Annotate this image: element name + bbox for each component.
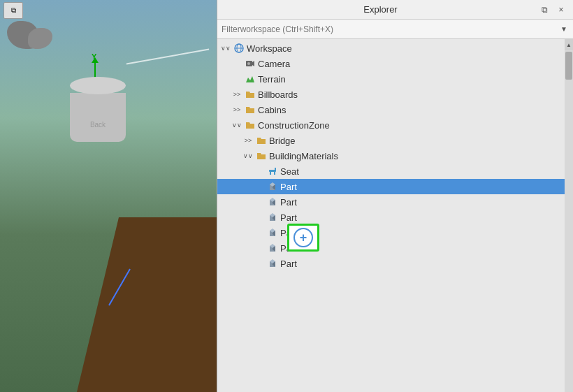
drum-label: Back [90,121,106,129]
expand-btn-billboards[interactable]: > [231,89,242,100]
tree-item-cabins[interactable]: >Cabins [217,102,565,117]
item-label-part3: Part [280,212,297,223]
drum-top [70,77,126,94]
item-icon-seat [267,166,278,177]
item-icon-constructionzone [245,119,256,131]
explorer-header: Explorer ⧉ × [217,0,573,20]
add-item-overlay[interactable]: + [287,224,319,252]
toolbar-duplicate-btn[interactable]: ⧉ [3,2,23,19]
item-icon-bridge [256,135,267,146]
item-label-workspace: Workspace [247,43,292,54]
expand-btn-buildingmaterials[interactable]: ∨ [242,150,254,161]
drum-object: Back [70,77,126,142]
tree-item-part5[interactable]: Part [217,240,565,256]
item-icon-buildingmaterials [256,150,267,161]
item-icon-cabins [245,104,256,115]
scrollbar-track: ▲ [565,39,573,392]
scroll-up-btn[interactable]: ▲ [565,39,573,50]
drum-body: Back [70,93,126,142]
item-label-seat: Seat [280,166,299,177]
svg-point-5 [247,62,250,65]
item-label-constructionzone: ConstructionZone [258,120,330,131]
item-icon-part5 [267,242,278,254]
dock-icon[interactable]: ⧉ [538,3,551,16]
tree-item-part2[interactable]: Part [217,194,565,210]
item-icon-part6 [267,258,278,269]
item-icon-part4 [267,227,278,238]
tree-item-seat[interactable]: Seat [217,164,565,179]
filter-input[interactable] [222,24,559,34]
expand-btn-bridge[interactable]: > [242,135,254,146]
item-label-cabins: Cabins [258,105,286,115]
item-icon-terrain [245,73,256,85]
close-icon[interactable]: × [555,3,567,16]
svg-rect-9 [274,172,275,175]
tree-item-part3[interactable]: Part [217,210,565,225]
explorer-title: Explorer [223,4,538,15]
svg-rect-8 [270,172,271,175]
tree-item-terrain[interactable]: Terrain [217,71,565,87]
tree-item-workspace[interactable]: ∨Workspace [217,41,565,56]
tree-item-bridge[interactable]: >Bridge [217,133,565,148]
expand-btn-workspace[interactable]: ∨ [220,43,231,54]
svg-marker-4 [252,61,254,66]
item-icon-part3 [267,212,278,223]
svg-rect-10 [275,168,276,171]
item-label-terrain: Terrain [258,74,286,85]
item-icon-part1 [267,181,278,192]
expand-btn-cabins[interactable]: > [231,104,242,115]
item-label-part6: Part [280,259,297,269]
tree-item-buildingmaterials[interactable]: ∨BuildingMaterials [217,148,565,164]
expand-btn-constructionzone[interactable]: ∨ [231,119,242,131]
tree-item-part6[interactable]: Part [217,256,565,271]
rocks-decoration [7,21,63,63]
tree-container[interactable]: ∨Workspace Camera Terrain>Billboards>Cab… [217,39,565,392]
item-label-part2: Part [280,197,297,208]
tree-item-camera[interactable]: Camera [217,56,565,71]
add-item-button[interactable]: + [293,228,313,247]
filter-dropdown-btn[interactable]: ▼ [559,25,569,33]
item-label-part1: Part [280,182,297,192]
viewport: Back ⧉ [0,0,217,392]
explorer-panel: Explorer ⧉ × ▼ ∨Workspace Camera Terrain… [217,0,573,392]
explorer-content: ∨Workspace Camera Terrain>Billboards>Cab… [217,39,565,392]
item-label-bridge: Bridge [269,136,296,146]
item-label-buildingmaterials: BuildingMaterials [269,151,338,161]
tree-item-billboards[interactable]: >Billboards [217,87,565,102]
explorer-header-icons: ⧉ × [538,3,567,16]
item-icon-camera [245,58,256,69]
svg-marker-6 [246,76,254,82]
scrollbar-thumb[interactable] [565,52,572,80]
item-icon-part2 [267,196,278,208]
tree-item-part4[interactable]: Part [217,225,565,240]
tree-item-part1[interactable]: Part [217,179,565,194]
filter-bar: ▼ [217,20,573,39]
item-label-camera: Camera [258,59,290,69]
explorer-body: ∨Workspace Camera Terrain>Billboards>Cab… [217,39,573,392]
item-label-billboards: Billboards [258,89,298,100]
item-icon-billboards [245,89,256,100]
tree-item-constructionzone[interactable]: ∨ConstructionZone [217,117,565,133]
item-icon-workspace [233,43,245,54]
viewport-toolbar: ⧉ [0,0,217,21]
